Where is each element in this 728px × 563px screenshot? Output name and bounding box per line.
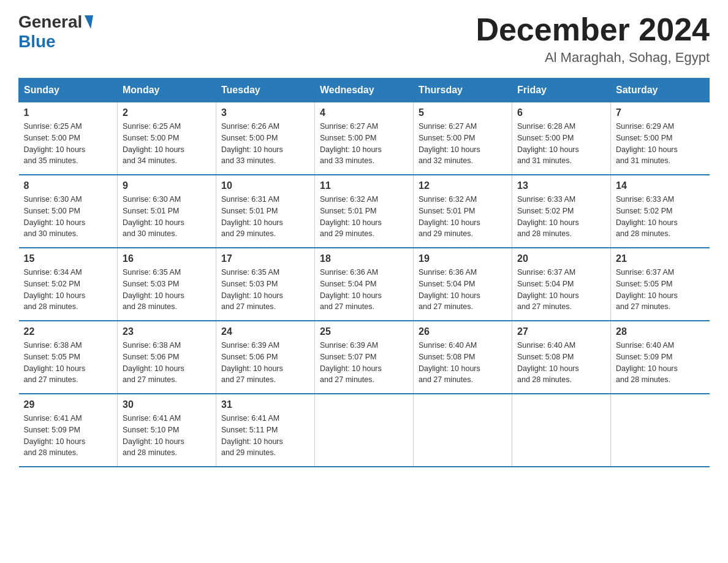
day-info: Sunrise: 6:32 AM Sunset: 5:01 PM Dayligh… — [419, 194, 507, 240]
table-row — [611, 394, 710, 467]
logo-general-text: General — [18, 12, 82, 32]
table-row: 7Sunrise: 6:29 AM Sunset: 5:00 PM Daylig… — [611, 102, 710, 175]
day-number: 29 — [24, 399, 113, 410]
day-number: 3 — [221, 107, 309, 118]
table-row: 14Sunrise: 6:33 AM Sunset: 5:02 PM Dayli… — [611, 175, 710, 248]
day-info: Sunrise: 6:27 AM Sunset: 5:00 PM Dayligh… — [320, 121, 408, 167]
day-number: 1 — [24, 107, 113, 118]
day-info: Sunrise: 6:37 AM Sunset: 5:04 PM Dayligh… — [517, 267, 605, 313]
table-row: 24Sunrise: 6:39 AM Sunset: 5:06 PM Dayli… — [216, 321, 315, 394]
table-row: 2Sunrise: 6:25 AM Sunset: 5:00 PM Daylig… — [118, 102, 216, 175]
table-row: 28Sunrise: 6:40 AM Sunset: 5:09 PM Dayli… — [611, 321, 710, 394]
table-row: 19Sunrise: 6:36 AM Sunset: 5:04 PM Dayli… — [414, 248, 512, 321]
col-thursday: Thursday — [414, 79, 512, 102]
day-info: Sunrise: 6:41 AM Sunset: 5:11 PM Dayligh… — [221, 413, 309, 459]
day-info: Sunrise: 6:29 AM Sunset: 5:00 PM Dayligh… — [616, 121, 705, 167]
location-text: Al Maraghah, Sohag, Egypt — [476, 50, 710, 66]
day-info: Sunrise: 6:25 AM Sunset: 5:00 PM Dayligh… — [123, 121, 211, 167]
table-row: 13Sunrise: 6:33 AM Sunset: 5:02 PM Dayli… — [512, 175, 611, 248]
day-number: 27 — [517, 326, 605, 337]
day-info: Sunrise: 6:41 AM Sunset: 5:09 PM Dayligh… — [24, 413, 113, 459]
table-row: 6Sunrise: 6:28 AM Sunset: 5:00 PM Daylig… — [512, 102, 611, 175]
col-wednesday: Wednesday — [315, 79, 414, 102]
day-number: 24 — [221, 326, 309, 337]
table-row: 18Sunrise: 6:36 AM Sunset: 5:04 PM Dayli… — [315, 248, 414, 321]
day-number: 22 — [24, 326, 113, 337]
table-row: 27Sunrise: 6:40 AM Sunset: 5:08 PM Dayli… — [512, 321, 611, 394]
month-title: December 2024 — [476, 12, 710, 47]
day-info: Sunrise: 6:26 AM Sunset: 5:00 PM Dayligh… — [221, 121, 309, 167]
table-row: 25Sunrise: 6:39 AM Sunset: 5:07 PM Dayli… — [315, 321, 414, 394]
day-info: Sunrise: 6:31 AM Sunset: 5:01 PM Dayligh… — [221, 194, 309, 240]
table-row: 9Sunrise: 6:30 AM Sunset: 5:01 PM Daylig… — [118, 175, 216, 248]
day-number: 20 — [517, 253, 605, 264]
table-row: 1Sunrise: 6:25 AM Sunset: 5:00 PM Daylig… — [19, 102, 118, 175]
day-info: Sunrise: 6:33 AM Sunset: 5:02 PM Dayligh… — [517, 194, 605, 240]
calendar-row: 1Sunrise: 6:25 AM Sunset: 5:00 PM Daylig… — [19, 102, 710, 175]
table-row: 30Sunrise: 6:41 AM Sunset: 5:10 PM Dayli… — [118, 394, 216, 467]
day-number: 30 — [123, 399, 211, 410]
day-number: 9 — [123, 180, 211, 191]
day-number: 19 — [419, 253, 507, 264]
calendar-row: 15Sunrise: 6:34 AM Sunset: 5:02 PM Dayli… — [19, 248, 710, 321]
day-info: Sunrise: 6:40 AM Sunset: 5:08 PM Dayligh… — [517, 340, 605, 386]
day-info: Sunrise: 6:35 AM Sunset: 5:03 PM Dayligh… — [123, 267, 211, 313]
day-info: Sunrise: 6:37 AM Sunset: 5:05 PM Dayligh… — [616, 267, 705, 313]
day-number: 16 — [123, 253, 211, 264]
col-tuesday: Tuesday — [216, 79, 315, 102]
day-number: 14 — [616, 180, 705, 191]
table-row: 20Sunrise: 6:37 AM Sunset: 5:04 PM Dayli… — [512, 248, 611, 321]
table-row — [512, 394, 611, 467]
day-info: Sunrise: 6:38 AM Sunset: 5:05 PM Dayligh… — [24, 340, 113, 386]
col-saturday: Saturday — [611, 79, 710, 102]
table-row: 4Sunrise: 6:27 AM Sunset: 5:00 PM Daylig… — [315, 102, 414, 175]
table-row: 23Sunrise: 6:38 AM Sunset: 5:06 PM Dayli… — [118, 321, 216, 394]
table-row: 26Sunrise: 6:40 AM Sunset: 5:08 PM Dayli… — [414, 321, 512, 394]
day-info: Sunrise: 6:34 AM Sunset: 5:02 PM Dayligh… — [24, 267, 113, 313]
day-info: Sunrise: 6:38 AM Sunset: 5:06 PM Dayligh… — [123, 340, 211, 386]
logo-blue-text: Blue — [18, 32, 56, 52]
day-info: Sunrise: 6:32 AM Sunset: 5:01 PM Dayligh… — [320, 194, 408, 240]
table-row: 11Sunrise: 6:32 AM Sunset: 5:01 PM Dayli… — [315, 175, 414, 248]
day-number: 11 — [320, 180, 408, 191]
calendar-row: 22Sunrise: 6:38 AM Sunset: 5:05 PM Dayli… — [19, 321, 710, 394]
day-info: Sunrise: 6:35 AM Sunset: 5:03 PM Dayligh… — [221, 267, 309, 313]
table-row: 15Sunrise: 6:34 AM Sunset: 5:02 PM Dayli… — [19, 248, 118, 321]
day-number: 23 — [123, 326, 211, 337]
day-number: 12 — [419, 180, 507, 191]
day-number: 4 — [320, 107, 408, 118]
day-info: Sunrise: 6:36 AM Sunset: 5:04 PM Dayligh… — [419, 267, 507, 313]
title-section: December 2024 Al Maraghah, Sohag, Egypt — [476, 12, 710, 66]
day-info: Sunrise: 6:41 AM Sunset: 5:10 PM Dayligh… — [123, 413, 211, 459]
day-number: 8 — [24, 180, 113, 191]
table-row: 8Sunrise: 6:30 AM Sunset: 5:00 PM Daylig… — [19, 175, 118, 248]
col-sunday: Sunday — [19, 79, 118, 102]
logo: General Blue — [18, 12, 93, 52]
table-row: 17Sunrise: 6:35 AM Sunset: 5:03 PM Dayli… — [216, 248, 315, 321]
header-row: Sunday Monday Tuesday Wednesday Thursday… — [19, 79, 710, 102]
day-info: Sunrise: 6:27 AM Sunset: 5:00 PM Dayligh… — [419, 121, 507, 167]
day-info: Sunrise: 6:36 AM Sunset: 5:04 PM Dayligh… — [320, 267, 408, 313]
table-row: 3Sunrise: 6:26 AM Sunset: 5:00 PM Daylig… — [216, 102, 315, 175]
day-info: Sunrise: 6:40 AM Sunset: 5:08 PM Dayligh… — [419, 340, 507, 386]
day-number: 5 — [419, 107, 507, 118]
table-row — [414, 394, 512, 467]
calendar-table: Sunday Monday Tuesday Wednesday Thursday… — [18, 78, 710, 467]
table-row: 31Sunrise: 6:41 AM Sunset: 5:11 PM Dayli… — [216, 394, 315, 467]
day-info: Sunrise: 6:40 AM Sunset: 5:09 PM Dayligh… — [616, 340, 705, 386]
day-number: 17 — [221, 253, 309, 264]
day-number: 26 — [419, 326, 507, 337]
page-header: General Blue December 2024 Al Maraghah, … — [18, 12, 710, 66]
day-number: 28 — [616, 326, 705, 337]
table-row: 10Sunrise: 6:31 AM Sunset: 5:01 PM Dayli… — [216, 175, 315, 248]
day-number: 15 — [24, 253, 113, 264]
table-row: 16Sunrise: 6:35 AM Sunset: 5:03 PM Dayli… — [118, 248, 216, 321]
day-number: 2 — [123, 107, 211, 118]
day-info: Sunrise: 6:30 AM Sunset: 5:00 PM Dayligh… — [24, 194, 113, 240]
table-row: 22Sunrise: 6:38 AM Sunset: 5:05 PM Dayli… — [19, 321, 118, 394]
calendar-row: 29Sunrise: 6:41 AM Sunset: 5:09 PM Dayli… — [19, 394, 710, 467]
day-info: Sunrise: 6:39 AM Sunset: 5:07 PM Dayligh… — [320, 340, 408, 386]
day-number: 18 — [320, 253, 408, 264]
day-info: Sunrise: 6:30 AM Sunset: 5:01 PM Dayligh… — [123, 194, 211, 240]
day-info: Sunrise: 6:25 AM Sunset: 5:00 PM Dayligh… — [24, 121, 113, 167]
